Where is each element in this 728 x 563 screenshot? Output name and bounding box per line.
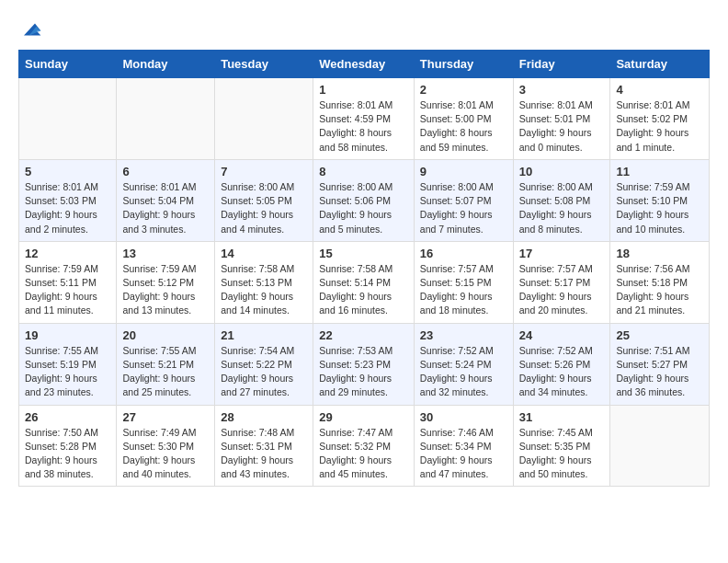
weekday-header-tuesday: Tuesday — [215, 51, 313, 78]
day-info: Sunrise: 7:57 AM Sunset: 5:15 PM Dayligh… — [420, 262, 507, 318]
day-info: Sunrise: 8:00 AM Sunset: 5:06 PM Dayligh… — [319, 180, 408, 236]
calendar-cell: 13Sunrise: 7:59 AM Sunset: 5:12 PM Dayli… — [117, 241, 215, 323]
day-info: Sunrise: 8:00 AM Sunset: 5:08 PM Dayligh… — [519, 180, 605, 236]
calendar-cell: 1Sunrise: 8:01 AM Sunset: 4:59 PM Daylig… — [313, 78, 415, 160]
day-info: Sunrise: 7:58 AM Sunset: 5:14 PM Dayligh… — [319, 262, 408, 318]
day-number: 17 — [519, 247, 605, 260]
page-header — [18, 18, 710, 40]
weekday-header-friday: Friday — [513, 51, 610, 78]
day-info: Sunrise: 8:01 AM Sunset: 5:04 PM Dayligh… — [122, 180, 209, 236]
calendar-cell: 3Sunrise: 8:01 AM Sunset: 5:01 PM Daylig… — [513, 78, 610, 160]
calendar-cell: 28Sunrise: 7:48 AM Sunset: 5:31 PM Dayli… — [215, 405, 313, 487]
weekday-header-sunday: Sunday — [19, 51, 117, 78]
calendar-cell: 21Sunrise: 7:54 AM Sunset: 5:22 PM Dayli… — [215, 323, 313, 405]
day-info: Sunrise: 8:01 AM Sunset: 5:00 PM Dayligh… — [420, 98, 507, 155]
calendar-cell: 9Sunrise: 8:00 AM Sunset: 5:07 PM Daylig… — [414, 159, 513, 241]
day-number: 11 — [616, 165, 703, 178]
calendar-cell: 11Sunrise: 7:59 AM Sunset: 5:10 PM Dayli… — [610, 159, 710, 241]
calendar-cell: 29Sunrise: 7:47 AM Sunset: 5:32 PM Dayli… — [313, 405, 415, 487]
day-info: Sunrise: 7:59 AM Sunset: 5:11 PM Dayligh… — [25, 262, 110, 318]
calendar-cell: 23Sunrise: 7:52 AM Sunset: 5:24 PM Dayli… — [414, 323, 513, 405]
calendar-week-row: 26Sunrise: 7:50 AM Sunset: 5:28 PM Dayli… — [19, 405, 710, 487]
calendar-cell: 12Sunrise: 7:59 AM Sunset: 5:11 PM Dayli… — [19, 241, 117, 323]
calendar-cell: 10Sunrise: 8:00 AM Sunset: 5:08 PM Dayli… — [513, 159, 610, 241]
calendar-cell: 31Sunrise: 7:45 AM Sunset: 5:35 PM Dayli… — [513, 405, 610, 487]
calendar-cell: 30Sunrise: 7:46 AM Sunset: 5:34 PM Dayli… — [414, 405, 513, 487]
day-info: Sunrise: 8:00 AM Sunset: 5:07 PM Dayligh… — [420, 180, 507, 236]
calendar-cell: 8Sunrise: 8:00 AM Sunset: 5:06 PM Daylig… — [313, 159, 415, 241]
calendar-cell: 22Sunrise: 7:53 AM Sunset: 5:23 PM Dayli… — [313, 323, 415, 405]
calendar-cell: 6Sunrise: 8:01 AM Sunset: 5:04 PM Daylig… — [117, 159, 215, 241]
calendar-cell: 24Sunrise: 7:52 AM Sunset: 5:26 PM Dayli… — [513, 323, 610, 405]
day-number: 24 — [519, 328, 605, 342]
calendar-cell: 17Sunrise: 7:57 AM Sunset: 5:17 PM Dayli… — [513, 241, 610, 323]
day-info: Sunrise: 7:53 AM Sunset: 5:23 PM Dayligh… — [319, 344, 408, 400]
day-number: 6 — [122, 165, 209, 178]
day-number: 5 — [25, 165, 110, 178]
day-info: Sunrise: 7:54 AM Sunset: 5:22 PM Dayligh… — [221, 344, 307, 400]
day-info: Sunrise: 7:47 AM Sunset: 5:32 PM Dayligh… — [319, 426, 408, 482]
calendar-cell: 5Sunrise: 8:01 AM Sunset: 5:03 PM Daylig… — [19, 159, 117, 241]
day-number: 22 — [319, 328, 408, 342]
day-number: 23 — [420, 328, 507, 342]
calendar-cell — [19, 78, 117, 160]
calendar-cell: 18Sunrise: 7:56 AM Sunset: 5:18 PM Dayli… — [610, 241, 710, 323]
day-info: Sunrise: 7:52 AM Sunset: 5:26 PM Dayligh… — [519, 344, 605, 400]
day-info: Sunrise: 7:56 AM Sunset: 5:18 PM Dayligh… — [616, 262, 703, 318]
day-info: Sunrise: 7:50 AM Sunset: 5:28 PM Dayligh… — [25, 426, 110, 482]
day-info: Sunrise: 8:00 AM Sunset: 5:05 PM Dayligh… — [221, 180, 307, 236]
day-number: 9 — [420, 165, 507, 178]
day-number: 19 — [25, 328, 110, 342]
calendar-cell: 25Sunrise: 7:51 AM Sunset: 5:27 PM Dayli… — [610, 323, 710, 405]
day-number: 13 — [122, 247, 209, 260]
day-number: 27 — [122, 410, 209, 424]
day-number: 21 — [221, 328, 307, 342]
calendar-week-row: 1Sunrise: 8:01 AM Sunset: 4:59 PM Daylig… — [19, 78, 710, 160]
day-number: 7 — [221, 165, 307, 178]
logo — [18, 18, 42, 40]
calendar-cell — [215, 78, 313, 160]
day-number: 2 — [420, 83, 507, 97]
day-info: Sunrise: 7:45 AM Sunset: 5:35 PM Dayligh… — [519, 426, 605, 482]
day-number: 12 — [25, 247, 110, 260]
calendar-week-row: 12Sunrise: 7:59 AM Sunset: 5:11 PM Dayli… — [19, 241, 710, 323]
calendar-cell — [610, 405, 710, 487]
calendar-header-row: SundayMondayTuesdayWednesdayThursdayFrid… — [19, 51, 710, 78]
day-info: Sunrise: 8:01 AM Sunset: 5:03 PM Dayligh… — [25, 180, 110, 236]
day-info: Sunrise: 7:55 AM Sunset: 5:21 PM Dayligh… — [122, 344, 209, 400]
calendar-cell — [117, 78, 215, 160]
calendar-cell: 7Sunrise: 8:00 AM Sunset: 5:05 PM Daylig… — [215, 159, 313, 241]
day-number: 8 — [319, 165, 408, 178]
day-number: 18 — [616, 247, 703, 260]
calendar-table: SundayMondayTuesdayWednesdayThursdayFrid… — [18, 50, 710, 487]
calendar-week-row: 19Sunrise: 7:55 AM Sunset: 5:19 PM Dayli… — [19, 323, 710, 405]
day-info: Sunrise: 7:46 AM Sunset: 5:34 PM Dayligh… — [420, 426, 507, 482]
day-info: Sunrise: 7:59 AM Sunset: 5:10 PM Dayligh… — [616, 180, 703, 236]
day-info: Sunrise: 8:01 AM Sunset: 4:59 PM Dayligh… — [319, 98, 408, 155]
weekday-header-saturday: Saturday — [610, 51, 710, 78]
day-info: Sunrise: 8:01 AM Sunset: 5:02 PM Dayligh… — [616, 98, 703, 155]
day-number: 4 — [616, 83, 703, 97]
day-number: 26 — [25, 410, 110, 424]
day-info: Sunrise: 7:58 AM Sunset: 5:13 PM Dayligh… — [221, 262, 307, 318]
calendar-cell: 20Sunrise: 7:55 AM Sunset: 5:21 PM Dayli… — [117, 323, 215, 405]
day-info: Sunrise: 7:51 AM Sunset: 5:27 PM Dayligh… — [616, 344, 703, 400]
calendar-cell: 19Sunrise: 7:55 AM Sunset: 5:19 PM Dayli… — [19, 323, 117, 405]
calendar-cell: 16Sunrise: 7:57 AM Sunset: 5:15 PM Dayli… — [414, 241, 513, 323]
day-info: Sunrise: 7:49 AM Sunset: 5:30 PM Dayligh… — [122, 426, 209, 482]
weekday-header-thursday: Thursday — [414, 51, 513, 78]
day-number: 10 — [519, 165, 605, 178]
calendar-week-row: 5Sunrise: 8:01 AM Sunset: 5:03 PM Daylig… — [19, 159, 710, 241]
day-info: Sunrise: 7:48 AM Sunset: 5:31 PM Dayligh… — [221, 426, 307, 482]
day-number: 29 — [319, 410, 408, 424]
day-number: 31 — [519, 410, 605, 424]
day-info: Sunrise: 7:57 AM Sunset: 5:17 PM Dayligh… — [519, 262, 605, 318]
day-info: Sunrise: 7:59 AM Sunset: 5:12 PM Dayligh… — [122, 262, 209, 318]
weekday-header-monday: Monday — [117, 51, 215, 78]
day-number: 25 — [616, 328, 703, 342]
day-number: 20 — [122, 328, 209, 342]
calendar-cell: 14Sunrise: 7:58 AM Sunset: 5:13 PM Dayli… — [215, 241, 313, 323]
day-number: 30 — [420, 410, 507, 424]
day-info: Sunrise: 7:55 AM Sunset: 5:19 PM Dayligh… — [25, 344, 110, 400]
calendar-cell: 4Sunrise: 8:01 AM Sunset: 5:02 PM Daylig… — [610, 78, 710, 160]
